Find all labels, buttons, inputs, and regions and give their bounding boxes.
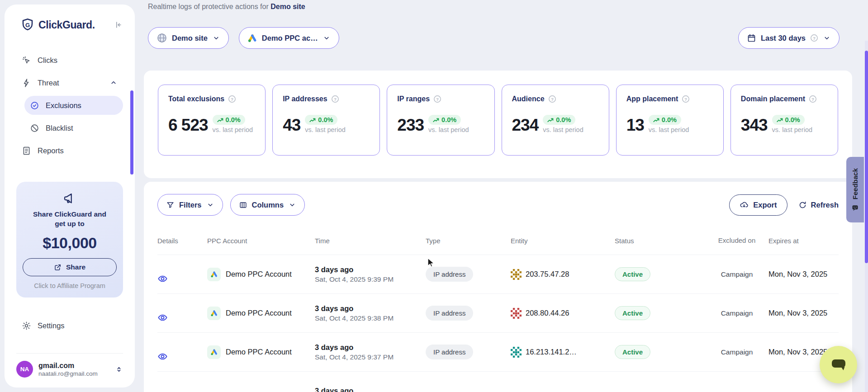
help-icon[interactable] (433, 95, 441, 103)
subtitle-site-name: Demo site (270, 3, 305, 10)
col-header-excluded-on: Excluded on (705, 236, 768, 245)
megaphone-icon (23, 192, 117, 205)
account-selector-value: Demo PPC ac… (262, 34, 318, 43)
subtitle-text: Realtime logs of protective actions for (148, 3, 269, 10)
sidebar-item-reports[interactable]: Reports (16, 141, 123, 160)
sidebar-item-settings[interactable]: Settings (16, 316, 123, 335)
status-badge: Active (615, 267, 650, 281)
ban-icon (30, 123, 39, 133)
clickguard-shield-icon: G (21, 18, 34, 32)
help-icon[interactable] (682, 95, 690, 103)
help-icon[interactable] (809, 95, 817, 103)
help-icon[interactable] (548, 95, 556, 103)
affiliate-caption[interactable]: Click to Affiliate Program (23, 282, 117, 289)
sidebar-collapse-icon[interactable] (114, 20, 123, 29)
chevron-down-icon (323, 34, 331, 42)
filters-button[interactable]: Filters (157, 194, 223, 216)
stat-value: 234 (512, 117, 539, 133)
chat-launcher-button[interactable] (820, 346, 857, 383)
type-badge: IP address (426, 267, 473, 282)
stat-delta: 0.0% (318, 116, 333, 123)
chevron-down-icon (288, 201, 296, 209)
view-details-eye-icon[interactable] (157, 312, 207, 323)
sidebar-nav: Clicks Threat Exclusions (16, 51, 123, 164)
table-row[interactable]: 3 days ago (157, 371, 839, 392)
expires-at-value: Mon, Nov 3, 2025 (768, 270, 839, 279)
share-button[interactable]: Share (23, 258, 117, 276)
google-ads-icon (247, 33, 257, 43)
chevron-down-icon (823, 34, 831, 42)
table-row[interactable]: Demo PPC Account 3 days agoSat, Oct 4, 2… (157, 293, 839, 332)
refresh-label: Refresh (811, 201, 839, 209)
nav-label-blacklist: Blacklist (46, 124, 73, 132)
table-actions: Export Refresh (729, 194, 839, 216)
nav-label-exclusions: Exclusions (46, 101, 81, 110)
trending-up-icon (653, 118, 659, 123)
stat-value: 43 (283, 117, 300, 133)
profile-name: gmail.com (38, 361, 98, 370)
view-details-eye-icon[interactable] (157, 274, 207, 284)
chevron-up-icon[interactable] (109, 79, 118, 87)
sidebar-item-blacklist[interactable]: Blacklist (24, 118, 123, 137)
share-button-label: Share (66, 263, 85, 271)
external-link-icon (54, 263, 62, 271)
sidebar-scrollbar-thumb[interactable] (130, 90, 133, 175)
stat-caption: vs. last period (428, 126, 469, 133)
excluded-on-value: Campaign (705, 270, 768, 279)
account-selector[interactable]: Demo PPC ac… (239, 27, 339, 49)
site-selector[interactable]: Demo site (148, 27, 229, 49)
columns-button[interactable]: Columns (230, 194, 305, 216)
stat-card-ip-ranges: IP ranges 233 0.0%vs. last period (387, 85, 494, 156)
col-header-type: Type (426, 237, 511, 245)
help-icon[interactable] (331, 95, 339, 103)
stat-caption: vs. last period (772, 126, 812, 133)
time-relative: 3 days ago (315, 343, 426, 352)
stat-card-total-exclusions: Total exclusions 6 523 0.0%vs. last peri… (158, 85, 266, 156)
stat-title: App placement (626, 95, 678, 103)
col-header-details: Details (157, 237, 207, 245)
feedback-tab[interactable]: Feedback (846, 157, 864, 222)
refresh-button[interactable]: Refresh (798, 201, 839, 209)
chevron-updown-icon[interactable] (115, 365, 123, 373)
page-scrollbar-thumb[interactable] (865, 51, 868, 263)
ppc-account-name: Demo PPC Account (226, 348, 292, 356)
col-header-ppc-account: PPC Account (207, 237, 315, 245)
sidebar-item-clicks[interactable]: Clicks (16, 51, 123, 70)
stat-value: 6 523 (168, 117, 208, 133)
sidebar-item-exclusions[interactable]: Exclusions (24, 96, 123, 115)
export-button[interactable]: Export (729, 194, 787, 216)
ppc-account-name: Demo PPC Account (226, 309, 292, 317)
stat-caption: vs. last period (649, 126, 689, 133)
status-badge: Active (615, 306, 650, 320)
time-relative: 3 days ago (315, 265, 426, 274)
date-range-selector[interactable]: Last 30 days (738, 27, 840, 49)
stat-value: 13 (626, 117, 644, 133)
brand-name: ClickGuard. (38, 19, 110, 31)
profile-email: naatali.ro@gmail.com (38, 370, 98, 377)
stat-caption: vs. last period (213, 126, 253, 133)
sidebar-item-threat[interactable]: Threat (16, 73, 123, 92)
chevron-down-icon (206, 201, 214, 209)
entity-value: 203.75.47.28 (526, 270, 569, 279)
table-toolbar: Filters Columns Export (157, 194, 839, 216)
stat-title: Audience (512, 95, 545, 103)
help-icon[interactable] (228, 95, 236, 103)
stat-card-domain-placement: Domain placement 343 0.0%vs. last period (730, 85, 838, 156)
stats-panel: Total exclusions 6 523 0.0%vs. last peri… (144, 71, 852, 178)
user-profile[interactable]: NA gmail.com naatali.ro@gmail.com (16, 353, 123, 378)
google-ads-icon (207, 268, 221, 281)
table-row[interactable]: Demo PPC Account 3 days agoSat, Oct 4, 2… (157, 255, 839, 293)
ip-identicon (511, 347, 522, 358)
columns-label: Columns (252, 201, 284, 209)
nav-label-settings: Settings (38, 321, 65, 330)
table-row[interactable]: Demo PPC Account 3 days agoSat, Oct 4, 2… (157, 332, 839, 371)
time-relative: 3 days ago (315, 387, 426, 392)
badge-check-icon (30, 101, 39, 110)
feedback-bubble-icon (852, 204, 859, 211)
view-details-eye-icon[interactable] (157, 351, 207, 362)
logo-row: G ClickGuard. (16, 18, 123, 32)
excluded-on-value: Campaign (705, 348, 768, 356)
svg-text:G: G (25, 22, 30, 28)
stat-caption: vs. last period (305, 126, 345, 133)
filters-label: Filters (179, 201, 202, 209)
